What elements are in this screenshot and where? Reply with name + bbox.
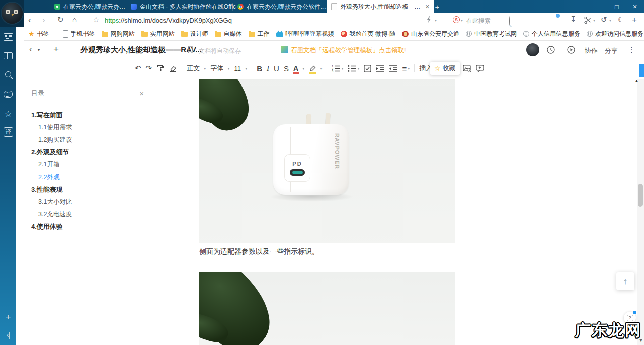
search-engine-icon[interactable]: S: [453, 16, 460, 23]
bookmark-item[interactable]: 手机书签: [63, 30, 95, 38]
doc-back-icon[interactable]: ‹: [29, 44, 32, 54]
side-panel-handle[interactable]: [639, 64, 644, 77]
bookmark-item[interactable]: 我的首页 微博-随: [341, 30, 395, 38]
tab-4-active[interactable]: 外观秀珍大小,性能却造极——RAV ✕: [327, 0, 434, 13]
scrollbar-thumb[interactable]: [638, 184, 643, 207]
restore-session-icon[interactable]: ↺: [601, 15, 607, 24]
presentation-play-icon[interactable]: [567, 45, 576, 56]
bookmark-item[interactable]: 哔哩哔哩弹幕视频: [276, 30, 334, 38]
bookmark-item[interactable]: 中国教育考试网: [466, 30, 517, 38]
home-icon[interactable]: ⌂: [72, 15, 77, 24]
bookmark-item[interactable]: 工作: [249, 30, 270, 38]
favorite-star-icon[interactable]: ☆: [93, 15, 99, 24]
text-color-button[interactable]: A ▾: [293, 64, 304, 73]
bookmark-item[interactable]: ★书签: [28, 30, 49, 38]
new-tab-button[interactable]: +: [431, 0, 444, 13]
undo-icon[interactable]: ↶: [135, 64, 141, 73]
tab-1[interactable]: 在家云办公,哪款云办公软件顺手?: [50, 0, 134, 13]
bookmark-item[interactable]: 设计师: [181, 30, 208, 38]
collapse-sidebar-icon[interactable]: ‹|: [0, 331, 16, 339]
toc-item-active[interactable]: 2.2外观: [31, 171, 144, 184]
bookmark-item[interactable]: 个人信用信息服务: [523, 30, 580, 38]
bookmark-item[interactable]: 自媒体: [215, 30, 242, 38]
underline-button[interactable]: U: [274, 64, 279, 73]
back-icon[interactable]: ‹: [28, 15, 31, 25]
collaborate-button[interactable]: 协作: [585, 46, 598, 55]
history-clock-icon[interactable]: [546, 45, 555, 56]
new-doc-button[interactable]: +: [53, 44, 59, 55]
download-icon[interactable]: ↧: [570, 15, 577, 24]
font-size-select[interactable]: 11 ▾: [234, 64, 248, 73]
browser-logo-owl[interactable]: [2, 3, 23, 24]
night-mode-moon-icon[interactable]: ☾: [618, 15, 624, 24]
url-field[interactable]: https://shimo.im/docs/VxdkpyDK9pXgXGGq: [105, 15, 232, 26]
numbered-list-button[interactable]: 123 ▾: [332, 65, 343, 72]
translate-icon[interactable]: 译: [0, 127, 16, 137]
quick-search-input[interactable]: [465, 15, 511, 26]
chat-bubble-icon[interactable]: [0, 91, 16, 98]
scissors-icon[interactable]: [584, 16, 592, 26]
toc-item[interactable]: 2.外观及细节: [31, 146, 144, 159]
redo-icon[interactable]: ↷: [146, 64, 152, 73]
toc-item[interactable]: 3.2充电速度: [31, 208, 144, 221]
chevron-down-icon[interactable]: ▾: [593, 18, 595, 23]
bookmark-item[interactable]: 欢迎访问信息服务: [587, 30, 643, 38]
favorite-popup[interactable]: ☆ 收藏: [430, 62, 460, 75]
chevron-down-icon[interactable]: ▾: [38, 48, 40, 52]
window-maximize-button[interactable]: □: [608, 0, 626, 13]
bookmark-ribbon-icon[interactable]: [187, 46, 193, 55]
paragraph-style-select[interactable]: 正文 ▾: [187, 64, 206, 73]
toc-item[interactable]: 1.2购买建议: [31, 134, 144, 146]
align-button[interactable]: ≡▾: [402, 64, 410, 73]
highlight-color-button[interactable]: ▾: [309, 64, 322, 73]
chevron-down-icon[interactable]: ▾: [461, 18, 463, 23]
font-family-select[interactable]: 字体 ▾: [210, 64, 229, 73]
tab-3[interactable]: 在家云办公,哪款云办公软件顺手?: [233, 0, 334, 13]
search-icon[interactable]: [0, 71, 16, 77]
reading-mode-book-icon[interactable]: [0, 52, 16, 59]
scroll-up-arrow-icon[interactable]: ▲: [634, 78, 639, 83]
italic-button[interactable]: I: [267, 64, 269, 73]
favorites-star-icon[interactable]: ☆: [0, 109, 16, 119]
tab-2[interactable]: 金山文档 - 多人实时协作的在线Offic: [127, 0, 240, 13]
chevron-down-icon[interactable]: ▾: [609, 18, 611, 23]
bold-button[interactable]: B: [257, 64, 262, 73]
scrollbar-track[interactable]: [637, 79, 644, 345]
indent-increase-icon[interactable]: [376, 65, 384, 72]
window-minimize-button[interactable]: ─: [590, 0, 608, 13]
share-button[interactable]: 分享: [605, 46, 618, 55]
flash-bolt-icon[interactable]: [426, 15, 432, 25]
avatar[interactable]: [526, 43, 539, 56]
toc-item[interactable]: 2.1开箱: [31, 158, 144, 171]
forward-icon[interactable]: ›: [42, 15, 45, 25]
comment-icon[interactable]: [476, 65, 484, 72]
scroll-to-top-button[interactable]: ↑: [616, 272, 634, 290]
indent-decrease-icon[interactable]: [389, 65, 397, 72]
add-icon[interactable]: +: [632, 15, 637, 25]
image-search-icon[interactable]: [463, 65, 471, 72]
bookmark-item[interactable]: 山东省公安厅交通: [402, 30, 459, 38]
window-close-button[interactable]: ✕: [626, 0, 644, 13]
format-painter-icon[interactable]: [156, 64, 165, 72]
promo-link[interactable]: 石墨文档「远程教学管理模板」点击领取!: [291, 46, 406, 55]
toc-item[interactable]: 1.1使用需求: [31, 122, 144, 134]
news-feed-icon[interactable]: [0, 33, 16, 41]
checklist-button[interactable]: [364, 65, 371, 72]
clear-format-eraser-icon[interactable]: [169, 65, 177, 72]
strikethrough-button[interactable]: S: [284, 64, 289, 73]
search-icon[interactable]: [509, 17, 510, 26]
toc-item[interactable]: 3.性能表现: [31, 184, 144, 196]
bookmark-item[interactable]: 实用网站: [141, 30, 175, 38]
toc-item[interactable]: 3.1大小对比: [31, 196, 144, 208]
toc-close-icon[interactable]: ×: [139, 89, 144, 98]
bookmark-item[interactable]: 网购网站: [102, 30, 135, 38]
more-icon[interactable]: ⋮: [628, 45, 635, 54]
bullet-list-button[interactable]: ▾: [348, 65, 359, 72]
doc-title[interactable]: 外观秀珍大小,性能却造极——RAV...: [80, 45, 202, 55]
toc-item[interactable]: 1.写在前面: [31, 109, 144, 122]
add-panel-icon[interactable]: +: [0, 312, 16, 323]
reload-icon[interactable]: ↻: [57, 15, 64, 24]
chevron-down-icon[interactable]: ▾: [435, 18, 437, 23]
tab-close-icon[interactable]: ✕: [425, 4, 430, 10]
toc-item[interactable]: 4.使用体验: [31, 220, 144, 233]
